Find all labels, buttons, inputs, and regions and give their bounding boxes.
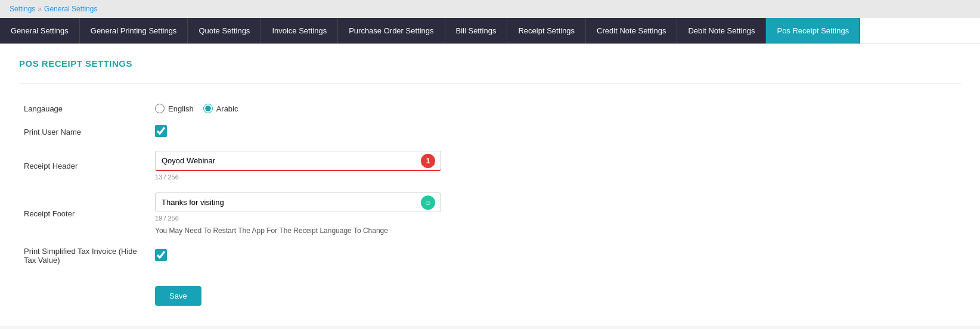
language-row: Langauage English Arabic [19,98,961,119]
tab-bill-settings[interactable]: Bill Settings [445,18,508,44]
settings-form: Langauage English Arabic [19,98,961,312]
language-arabic-radio[interactable] [203,104,213,113]
content-area: POS RECEIPT SETTINGS Langauage English A… [0,44,980,326]
receipt-footer-row: Receipt Footer ☺ 19 / 256 You May Need T… [19,187,961,241]
save-button[interactable]: Save [155,286,201,306]
tab-general-settings[interactable]: General Settings [0,18,80,44]
receipt-footer-badge: ☺ [421,195,435,210]
receipt-header-row: Receipt Header 1 13 / 256 [19,145,961,187]
receipt-footer-char-count: 19 / 256 [155,215,956,222]
section-title: POS RECEIPT SETTINGS [19,58,961,69]
language-english-option[interactable]: English [155,104,194,113]
print-simplified-row: Print Simplified Tax Invoice (Hide Tax V… [19,241,961,271]
language-english-radio[interactable] [155,104,165,113]
tab-credit-note-settings[interactable]: Credit Note Settings [586,18,677,44]
breadcrumb-settings-link[interactable]: Settings [10,5,35,13]
print-simplified-checkbox[interactable] [155,249,167,261]
print-user-name-label: Print User Name [19,119,150,145]
language-arabic-label: Arabic [216,104,238,113]
receipt-header-label: Receipt Header [19,145,150,187]
print-user-name-row: Print User Name [19,119,961,145]
receipt-footer-input-wrap: ☺ [155,193,441,212]
tabs-bar: General Settings General Printing Settin… [0,18,980,44]
breadcrumb: Settings » General Settings [0,0,980,18]
language-arabic-option[interactable]: Arabic [203,104,238,113]
receipt-header-badge: 1 [421,154,435,168]
receipt-header-input-wrap: 1 [155,151,441,171]
tab-invoice-settings[interactable]: Invoice Settings [261,18,338,44]
print-user-name-checkbox[interactable] [155,125,167,137]
restart-note: You May Need To Restart The App For The … [155,226,956,235]
receipt-footer-label: Receipt Footer [19,187,150,241]
receipt-header-char-count: 13 / 256 [155,173,956,181]
section-divider [19,83,961,83]
receipt-header-input[interactable] [155,151,441,171]
language-label: Langauage [19,98,150,119]
tab-receipt-settings[interactable]: Receipt Settings [507,18,586,44]
tab-quote-settings[interactable]: Quote Settings [188,18,261,44]
tab-general-printing-settings[interactable]: General Printing Settings [80,18,188,44]
language-radio-group: English Arabic [155,104,956,113]
receipt-footer-input[interactable] [155,193,441,212]
save-row: Save [19,271,961,312]
tab-purchase-order-settings[interactable]: Purchase Order Settings [338,18,445,44]
tab-pos-receipt-settings[interactable]: Pos Receipt Settings [766,18,860,44]
breadcrumb-separator: » [38,5,42,13]
print-simplified-label: Print Simplified Tax Invoice (Hide Tax V… [19,241,150,271]
language-english-label: English [168,104,194,113]
breadcrumb-current: General Settings [44,5,97,13]
tab-debit-note-settings[interactable]: Debit Note Settings [677,18,766,44]
